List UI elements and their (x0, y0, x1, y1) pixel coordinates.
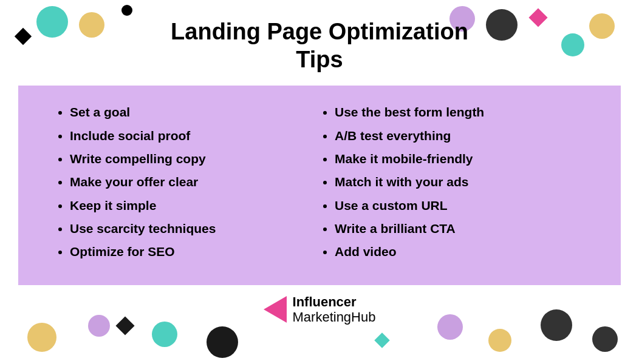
list-item: Make it mobile-friendly (335, 150, 584, 167)
page: Landing Page Optimization Tips Set a goa… (0, 0, 639, 364)
list-item: Match it with your ads (335, 174, 584, 190)
footer: Influencer MarketingHub (0, 285, 639, 334)
logo: Influencer MarketingHub (264, 294, 376, 325)
list-item: Write compelling copy (70, 150, 320, 167)
list-item: Optimize for SEO (70, 243, 320, 260)
right-tip-list: Use the best form length A/B test everyt… (320, 104, 584, 260)
list-item: Use the best form length (335, 104, 584, 121)
list-item: Write a brilliant CTA (335, 220, 584, 237)
main-title: Landing Page Optimization Tips (12, 18, 627, 73)
list-item: Add video (335, 243, 584, 260)
logo-influencer: Influencer (293, 294, 376, 309)
list-item: Include social proof (70, 127, 320, 144)
logo-text: Influencer MarketingHub (293, 294, 376, 325)
list-item: Keep it simple (70, 197, 320, 214)
content-area: Set a goal Include social proof Write co… (18, 86, 621, 285)
list-item: Set a goal (70, 104, 320, 121)
list-item: A/B test everything (335, 127, 584, 144)
left-tip-list: Set a goal Include social proof Write co… (55, 104, 320, 260)
list-item: Use a custom URL (335, 197, 584, 214)
deco-diamond-teal-bottom (374, 332, 389, 348)
right-column: Use the best form length A/B test everyt… (320, 104, 584, 266)
logo-marketinghub: MarketingHub (293, 309, 376, 325)
left-column: Set a goal Include social proof Write co… (55, 104, 320, 266)
header: Landing Page Optimization Tips (0, 0, 639, 86)
list-item: Use scarcity techniques (70, 220, 320, 237)
list-item: Make your offer clear (70, 174, 320, 190)
logo-arrow-icon (264, 296, 287, 323)
